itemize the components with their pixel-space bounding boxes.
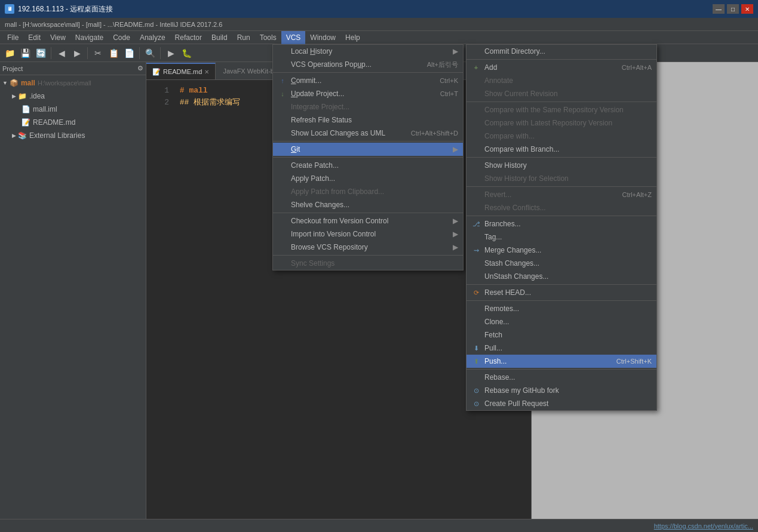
window-controls: — □ ✕	[713, 4, 753, 14]
menu-build[interactable]: Build	[207, 31, 232, 44]
tree-readme-icon: 📝	[22, 118, 30, 127]
tree-mall-iml-label: mall.iml	[33, 105, 57, 113]
toolbar-cut-btn[interactable]: ✂	[91, 46, 105, 60]
toolbar-sync-btn[interactable]: 🔄	[33, 46, 48, 60]
toolbar: 📁 💾 🔄 ◀ ▶ ✂ 📋 📄 🔍 ▶ 🐛	[0, 44, 758, 62]
tree-item-readme[interactable]: 📝 README.md	[0, 116, 146, 129]
menu-view[interactable]: View	[45, 31, 70, 44]
tree-root-arrow: ▼	[2, 80, 8, 86]
tree-idea-arrow: ▶	[12, 93, 16, 99]
menubar: File Edit View Navigate Code Analyze Ref…	[0, 31, 758, 44]
menu-window[interactable]: Window	[305, 31, 340, 44]
editor-tabs: 📝 README.md ✕ JavaFX WebKit-based previe…	[146, 62, 531, 80]
app-icon: 🖥	[5, 4, 14, 14]
toolbar-search-btn[interactable]: 🔍	[143, 46, 157, 60]
tab-readme-close[interactable]: ✕	[204, 69, 209, 75]
menu-vcs[interactable]: VCS	[281, 31, 306, 44]
editor-tab-actions: ✓	[519, 70, 531, 79]
title-text: 192.168.1.113 - 远程桌面连接	[18, 4, 709, 14]
toolbar-debug-btn[interactable]: 🐛	[179, 46, 194, 60]
menu-navigate[interactable]: Navigate	[70, 31, 108, 44]
tree-mall-iml-icon: 📄	[22, 105, 30, 113]
toolbar-run-btn[interactable]: ▶	[164, 46, 178, 60]
tree-root-path: H:\workspace\mall	[38, 79, 91, 87]
menu-run[interactable]: Run	[232, 31, 255, 44]
toolbar-sep2	[87, 47, 88, 59]
toolbar-paste-btn[interactable]: 📄	[122, 46, 136, 60]
tree-root[interactable]: ▼ 📦 mall H:\workspace\mall	[0, 76, 146, 90]
editor-area: 📝 README.md ✕ JavaFX WebKit-based previe…	[146, 62, 531, 519]
sidebar: Project ⚙ ▼ 📦 mall H:\workspace\mall ▶ 📁…	[0, 62, 146, 519]
toolbar-forward-btn[interactable]: ▶	[70, 46, 84, 60]
title-bar: 🖥 192.168.1.113 - 远程桌面连接 — □ ✕	[0, 0, 758, 18]
preview-pane: mall 根据需求编写	[531, 62, 758, 519]
check-icon: ✓	[519, 70, 526, 79]
ide-title-text: mall - [H:\workspace\mall] - [mall] - ..…	[5, 21, 222, 28]
tree-item-ext-lib[interactable]: ▶ 📚 External Libraries	[0, 129, 146, 142]
menu-help[interactable]: Help	[340, 31, 365, 44]
code-content-1: # mall	[180, 86, 208, 95]
maximize-button[interactable]: □	[727, 4, 739, 14]
code-line-2: 2 ## 根据需求编写	[151, 97, 526, 109]
toolbar-copy-btn[interactable]: 📋	[106, 46, 121, 60]
tree-idea-label: .idea	[29, 92, 45, 100]
code-content-2: ## 根据需求编写	[180, 98, 240, 107]
main-area: Project ⚙ ▼ 📦 mall H:\workspace\mall ▶ 📁…	[0, 62, 758, 519]
tree-readme-label: README.md	[33, 118, 75, 127]
close-button[interactable]: ✕	[741, 4, 753, 14]
sidebar-settings-icon[interactable]: ⚙	[137, 64, 143, 72]
preview-heading: mall	[544, 74, 746, 93]
toolbar-save-btn[interactable]: 💾	[18, 46, 32, 60]
tab-readme[interactable]: 📝 README.md ✕	[146, 63, 216, 79]
project-label: Project	[2, 65, 23, 72]
toolbar-sep1	[51, 47, 51, 59]
tree-root-icon: 📦	[10, 79, 19, 87]
tab-readme-label: README.md	[163, 68, 202, 75]
toolbar-project-btn[interactable]: 📁	[2, 46, 17, 60]
tree-ext-lib-label: External Libraries	[29, 131, 85, 140]
preview-tab-label: JavaFX WebKit-based preview	[216, 65, 320, 77]
tree-ext-lib-icon: 📚	[18, 131, 27, 140]
tree-item-idea[interactable]: ▶ 📁 .idea	[0, 90, 146, 103]
code-line-1: 1 # mall	[151, 85, 526, 97]
minimize-button[interactable]: —	[713, 4, 725, 14]
menu-edit[interactable]: Edit	[23, 31, 45, 44]
project-header: Project ⚙	[0, 62, 146, 75]
line-num-1: 1	[151, 85, 169, 97]
tree-item-mall-iml[interactable]: 📄 mall.iml	[0, 103, 146, 116]
editor-content[interactable]: 1 # mall 2 ## 根据需求编写	[146, 80, 531, 519]
preview-subheading: 根据需求编写	[544, 99, 746, 110]
tree-idea-icon: 📁	[18, 92, 27, 100]
bottom-link[interactable]: https://blog.csdn.net/yenlux/artic...	[654, 522, 753, 530]
ide-titlebar: mall - [H:\workspace\mall] - [mall] - ..…	[0, 18, 758, 31]
project-tree: ▼ 📦 mall H:\workspace\mall ▶ 📁 .idea 📄 m…	[0, 75, 146, 519]
tab-readme-icon: 📝	[152, 68, 161, 76]
menu-analyze[interactable]: Analyze	[135, 31, 170, 44]
menu-tools[interactable]: Tools	[255, 31, 281, 44]
toolbar-back-btn[interactable]: ◀	[54, 46, 69, 60]
bottom-bar: https://blog.csdn.net/yenlux/artic...	[0, 519, 758, 532]
tree-ext-lib-arrow: ▶	[12, 133, 16, 139]
line-num-2: 2	[151, 97, 169, 109]
toolbar-sep4	[160, 47, 161, 59]
toolbar-sep3	[139, 47, 140, 59]
menu-refactor[interactable]: Refactor	[170, 31, 207, 44]
menu-code[interactable]: Code	[108, 31, 135, 44]
tree-root-label: mall	[21, 79, 35, 87]
menu-file[interactable]: File	[2, 31, 23, 44]
